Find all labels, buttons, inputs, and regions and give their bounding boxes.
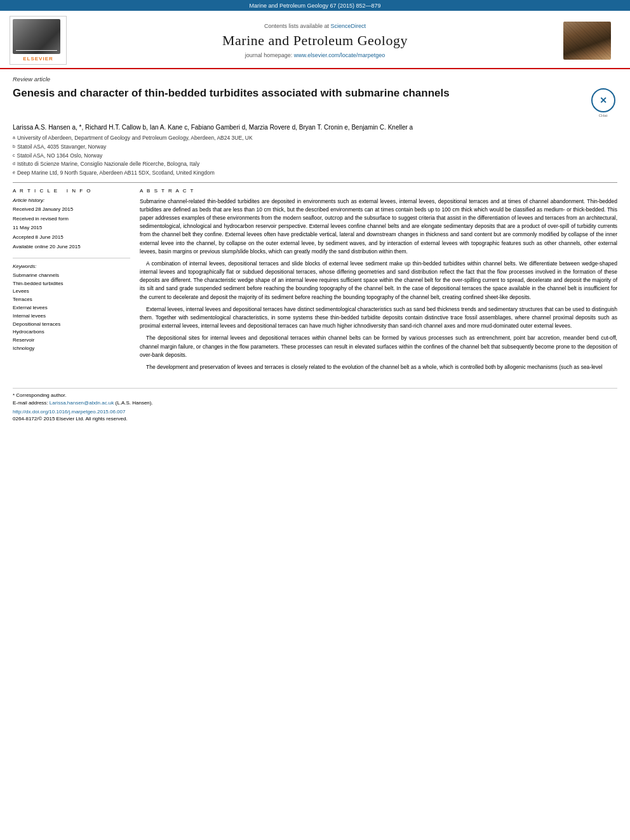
revised-date: 11 May 2015 [13, 224, 130, 234]
keywords-section: Keywords: Submarine channelsThin-bedded … [13, 263, 130, 353]
footer-section: * Corresponding author. E-mail address: … [13, 388, 617, 422]
journal-title: Marine and Petroleum Geology [73, 32, 557, 49]
affil-sup: c [13, 152, 15, 160]
journal-citation: Marine and Petroleum Geology 67 (2015) 8… [249, 3, 380, 9]
content-wrapper: Review article Genesis and character of … [0, 69, 630, 428]
top-bar: Marine and Petroleum Geology 67 (2015) 8… [0, 0, 630, 11]
abstract-paragraph: The depositional sites for internal leve… [140, 334, 617, 359]
journal-cover-image [563, 22, 611, 60]
keyword-item: Levees [13, 288, 130, 296]
keyword-item: Terraces [13, 296, 130, 304]
journal-homepage: journal homepage: www.elsevier.com/locat… [73, 52, 557, 58]
authors-line: Larissa A.S. Hansen a, *, Richard H.T. C… [13, 124, 617, 131]
keyword-item: Ichnology [13, 345, 130, 353]
email-suffix: (L.A.S. Hansen). [114, 400, 152, 406]
article-info-header: A R T I C L E I N F O [13, 188, 130, 194]
journal-header: ELSEVIER Contents lists available at Sci… [0, 11, 630, 69]
sciencedirect-anchor[interactable]: ScienceDirect [331, 23, 366, 29]
keyword-item: Depositional terraces [13, 321, 130, 329]
left-column: A R T I C L E I N F O Article history: R… [13, 188, 130, 375]
abstract-paragraph: The development and preservation of leve… [140, 363, 617, 371]
keyword-item: External levees [13, 304, 130, 312]
keyword-item: Submarine channels [13, 272, 130, 280]
revised-label: Received in revised form [13, 215, 130, 225]
affiliation-item: bStatoil ASA, 4035 Stavanger, Norway [13, 143, 617, 151]
affil-text: Statoil ASA, NO 1364 Oslo, Norway [17, 152, 103, 160]
doi-link[interactable]: http://dx.doi.org/10.1016/j.marpetgeo.20… [13, 409, 125, 415]
abstract-text: Submarine channel-related thin-bedded tu… [140, 197, 617, 371]
email-label: E-mail address: [13, 400, 50, 406]
abstract-paragraph: A combination of internal levees, deposi… [140, 260, 617, 302]
affiliation-item: eDeep Marine Ltd, 9 North Square, Aberde… [13, 169, 617, 177]
affiliation-item: cStatoil ASA, NO 1364 Oslo, Norway [13, 152, 617, 160]
copyright-line: 0264-8172/© 2015 Elsevier Ltd. All right… [13, 416, 617, 422]
affil-sup: b [13, 143, 15, 151]
received-date: Received 28 January 2015 [13, 206, 130, 215]
article-title-section: Genesis and character of thin-bedded tur… [13, 86, 617, 117]
homepage-link[interactable]: www.elsevier.com/locate/marpetgeo [294, 52, 385, 58]
article-dates: Received 28 January 2015 Received in rev… [13, 206, 130, 253]
affil-sup: d [13, 161, 15, 168]
article-history-label: Article history: [13, 197, 130, 203]
elsevier-logo-left: ELSEVIER [10, 16, 67, 65]
keyword-item: Thin-bedded turbidites [13, 280, 130, 288]
footer-email: E-mail address: Larissa.hansen@abdn.ac.u… [13, 400, 617, 406]
affil-text: University of Aberdeen, Department of Ge… [17, 134, 253, 142]
article-title: Genesis and character of thin-bedded tur… [13, 86, 589, 100]
affiliation-item: aUniversity of Aberdeen, Department of G… [13, 134, 617, 142]
right-column: A B S T R A C T Submarine channel-relate… [140, 188, 617, 375]
affil-sup: e [13, 170, 15, 177]
keywords-list: Submarine channelsThin-bedded turbidites… [13, 272, 130, 353]
journal-center: Contents lists available at ScienceDirec… [67, 23, 563, 58]
affiliation-item: dIstituto di Scienze Marine, Consiglio N… [13, 160, 617, 168]
sciencedirect-link: Contents lists available at ScienceDirec… [73, 23, 557, 29]
affil-text: Deep Marine Ltd, 9 North Square, Aberdee… [17, 169, 215, 177]
available-date: Available online 20 June 2015 [13, 243, 130, 253]
keyword-item: Hydrocarbons [13, 328, 130, 337]
keyword-item: Internal levees [13, 312, 130, 321]
abstract-paragraph: Submarine channel-related thin-bedded tu… [140, 197, 617, 256]
abstract-paragraph: External levees, internal levees and dep… [140, 305, 617, 331]
keyword-item: Reservoir [13, 337, 130, 345]
keywords-label: Keywords: [13, 263, 130, 269]
elsevier-graphic [13, 19, 60, 54]
divider-main [13, 182, 617, 183]
abstract-header: A B S T R A C T [140, 188, 617, 194]
elsevier-label: ELSEVIER [13, 56, 64, 62]
authors-text: Larissa A.S. Hansen a, *, Richard H.T. C… [13, 124, 413, 131]
corresponding-author-note: * Corresponding author. [13, 392, 617, 398]
two-column-layout: A R T I C L E I N F O Article history: R… [13, 188, 617, 375]
crossmark-badge: CHat [589, 88, 617, 117]
accepted-date: Accepted 8 June 2015 [13, 234, 130, 243]
affiliations: aUniversity of Aberdeen, Department of G… [13, 134, 617, 177]
affil-sup: a [13, 135, 15, 142]
email-link[interactable]: Larissa.hansen@abdn.ac.uk [50, 400, 114, 406]
affil-text: Istituto di Scienze Marine, Consiglio Na… [17, 160, 199, 168]
divider-keywords [13, 258, 130, 258]
journal-image-right [563, 22, 620, 60]
doi-line: http://dx.doi.org/10.1016/j.marpetgeo.20… [13, 409, 617, 415]
affil-text: Statoil ASA, 4035 Stavanger, Norway [17, 143, 106, 151]
article-type: Review article [13, 76, 617, 83]
crossmark-label: CHat [599, 114, 608, 117]
crossmark-icon [591, 88, 615, 112]
